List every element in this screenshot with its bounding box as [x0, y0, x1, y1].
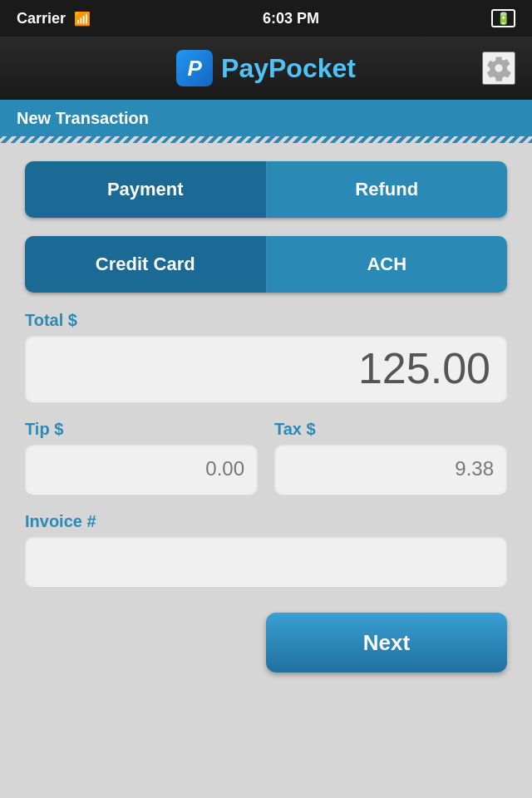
tip-value: 0.00 — [205, 457, 244, 480]
app-header: P PayPocket — [0, 37, 532, 100]
logo-pay: Pay — [221, 53, 268, 83]
tip-label: Tip $ — [25, 420, 258, 439]
carrier-label: Carrier — [17, 10, 66, 27]
tax-value: 9.38 — [455, 457, 494, 480]
status-time: 6:03 PM — [263, 10, 319, 27]
logo-text: PayPocket — [221, 53, 356, 84]
payment-method-toggle: Credit Card ACH — [25, 236, 507, 293]
tip-section: Tip $ 0.00 — [25, 420, 258, 494]
tax-section: Tax $ 9.38 — [274, 420, 507, 494]
next-button-area: Next — [25, 613, 507, 672]
settings-button[interactable] — [482, 52, 515, 85]
ribbon: New Transaction — [0, 100, 532, 136]
transaction-type-toggle: Payment Refund — [25, 161, 507, 218]
wifi-icon: 📶 — [74, 11, 91, 27]
tip-field[interactable]: 0.00 — [25, 444, 258, 494]
total-label: Total $ — [25, 311, 507, 330]
total-section: Total $ 125.00 — [25, 311, 507, 401]
credit-card-button[interactable]: Credit Card — [25, 236, 267, 293]
status-bar: Carrier 📶 6:03 PM 🔋 — [0, 0, 532, 37]
status-left: Carrier 📶 — [17, 10, 91, 27]
ach-button[interactable]: ACH — [267, 236, 508, 293]
total-field[interactable]: 125.00 — [25, 335, 507, 401]
gear-icon — [485, 55, 512, 81]
main-content: Payment Refund Credit Card ACH Total $ 1… — [0, 136, 532, 689]
tip-tax-row: Tip $ 0.00 Tax $ 9.38 — [25, 420, 507, 494]
logo-area: P PayPocket — [176, 50, 356, 86]
payment-button[interactable]: Payment — [25, 161, 267, 218]
invoice-field[interactable] — [25, 536, 507, 586]
battery-icon: 🔋 — [491, 9, 515, 27]
ribbon-title: New Transaction — [17, 109, 149, 128]
next-button[interactable]: Next — [266, 613, 507, 672]
tax-label: Tax $ — [274, 420, 507, 439]
refund-button[interactable]: Refund — [267, 161, 508, 218]
logo-pocket: Pocket — [268, 53, 356, 83]
invoice-section: Invoice # — [25, 512, 507, 586]
total-value: 125.00 — [358, 343, 490, 393]
invoice-label: Invoice # — [25, 512, 507, 531]
logo-p-icon: P — [176, 50, 213, 86]
tax-field[interactable]: 9.38 — [274, 444, 507, 494]
